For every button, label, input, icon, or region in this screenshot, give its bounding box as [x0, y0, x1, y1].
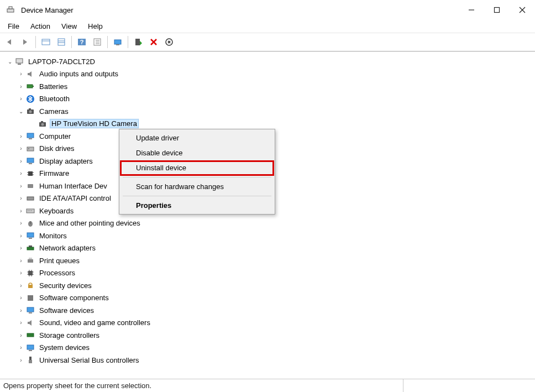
- tree-label: Firmware: [38, 169, 71, 178]
- svg-text:?: ?: [80, 39, 84, 45]
- tree-item-camera-device[interactable]: HP TrueVision HD Camera: [2, 118, 533, 130]
- toolbar: ?: [0, 33, 535, 51]
- tree-label: Sound, video and game controllers: [38, 318, 152, 327]
- monitor-icon: [25, 231, 35, 241]
- chevron-right-icon[interactable]: ›: [17, 343, 25, 352]
- status-text: Opens property sheet for the current sel…: [3, 381, 151, 390]
- svg-rect-69: [28, 295, 33, 301]
- tree-label: Display adapters: [38, 156, 95, 166]
- menu-file[interactable]: File: [3, 21, 24, 32]
- chevron-right-icon[interactable]: ›: [17, 281, 25, 290]
- toolbar-separator: [35, 36, 36, 48]
- chevron-right-icon[interactable]: ›: [17, 82, 25, 91]
- chevron-right-icon[interactable]: ›: [17, 181, 25, 190]
- tree-item-mice[interactable]: › Mice and other pointing devices: [2, 217, 533, 230]
- tree-item-batteries[interactable]: › Batteries: [2, 80, 533, 93]
- chevron-right-icon[interactable]: ›: [17, 356, 25, 364]
- window-controls: [459, 0, 535, 20]
- chevron-right-icon[interactable]: ›: [17, 194, 25, 203]
- chevron-right-icon[interactable]: ›: [17, 206, 25, 215]
- svg-rect-56: [29, 245, 32, 247]
- chevron-right-icon[interactable]: ›: [17, 318, 25, 327]
- chevron-right-icon[interactable]: ›: [17, 144, 25, 153]
- svg-point-29: [29, 111, 32, 113]
- chevron-right-icon[interactable]: ›: [17, 156, 25, 165]
- svg-rect-68: [28, 285, 33, 288]
- uninstall-button[interactable]: [147, 35, 160, 49]
- ctx-scan-hardware[interactable]: Scan for hardware changes: [119, 179, 275, 194]
- svg-rect-57: [28, 259, 33, 263]
- tree-item-processors[interactable]: › Processors: [2, 267, 533, 280]
- update-driver-button[interactable]: [132, 35, 145, 49]
- svg-rect-35: [29, 138, 32, 139]
- svg-rect-58: [29, 258, 32, 259]
- tree-label: Bluetooth: [38, 94, 71, 103]
- tree-item-print-queues[interactable]: › Print queues: [2, 254, 533, 267]
- chevron-right-icon[interactable]: ›: [17, 219, 25, 228]
- tree-label: Universal Serial Bus controllers: [38, 356, 141, 365]
- chevron-right-icon[interactable]: ›: [17, 256, 25, 265]
- minimize-button[interactable]: [459, 0, 484, 20]
- chevron-right-icon[interactable]: ›: [17, 306, 25, 315]
- scan-hardware-button[interactable]: [111, 35, 124, 49]
- svg-rect-39: [29, 163, 32, 164]
- svg-rect-36: [27, 147, 34, 151]
- svg-rect-71: [29, 312, 32, 313]
- properties-button[interactable]: [55, 35, 68, 49]
- tree-item-security[interactable]: › Security devices: [2, 279, 533, 292]
- toolbar-separator: [107, 36, 108, 48]
- ctx-uninstall-device[interactable]: Uninstall device: [119, 160, 275, 175]
- menu-view[interactable]: View: [57, 21, 81, 32]
- tree-item-storage[interactable]: › Storage controllers: [2, 329, 533, 342]
- chevron-right-icon[interactable]: ›: [17, 331, 25, 339]
- keyboard-icon: [25, 206, 35, 216]
- ctx-properties[interactable]: Properties: [119, 198, 275, 213]
- chevron-right-icon[interactable]: ›: [17, 244, 25, 253]
- forward-button[interactable]: [19, 35, 32, 49]
- tree-label: Monitors: [38, 231, 69, 241]
- svg-rect-72: [27, 333, 34, 337]
- help-button[interactable]: ?: [75, 35, 88, 49]
- disable-button[interactable]: [162, 35, 176, 49]
- maximize-button[interactable]: [484, 0, 510, 20]
- svg-point-37: [28, 148, 29, 149]
- chevron-down-icon[interactable]: ⌄: [6, 57, 14, 66]
- disk-icon: [25, 144, 35, 154]
- chevron-right-icon[interactable]: ›: [17, 231, 25, 240]
- tree-item-usb[interactable]: › Universal Serial Bus controllers: [2, 354, 533, 367]
- show-hide-tree-button[interactable]: [39, 35, 53, 49]
- tree-item-network[interactable]: › Network adapters: [2, 242, 533, 255]
- tree-item-software-components[interactable]: › Software components: [2, 292, 533, 305]
- chevron-right-icon[interactable]: ›: [17, 269, 25, 278]
- chevron-right-icon[interactable]: ›: [17, 70, 25, 79]
- close-button[interactable]: [510, 0, 535, 20]
- computer-icon: [14, 56, 24, 66]
- chevron-right-icon[interactable]: ›: [17, 132, 25, 140]
- ide-icon: [25, 194, 35, 203]
- tree-root[interactable]: ⌄ LAPTOP-7ADCLT2D: [2, 55, 533, 68]
- tree-item-audio[interactable]: › Audio inputs and outputs: [2, 68, 533, 81]
- svg-rect-34: [27, 133, 34, 138]
- tree-item-sound[interactable]: › Sound, video and game controllers: [2, 317, 533, 330]
- tree-label: Mice and other pointing devices: [38, 218, 142, 228]
- ctx-update-driver[interactable]: Update driver: [119, 130, 275, 145]
- chevron-right-icon[interactable]: ›: [17, 169, 25, 178]
- titlebar: Device Manager: [0, 0, 535, 20]
- network-icon: [25, 243, 35, 253]
- action-panel-button[interactable]: [91, 35, 104, 49]
- tree-item-software-devices[interactable]: › Software devices: [2, 304, 533, 317]
- chevron-right-icon[interactable]: ›: [17, 95, 25, 103]
- chevron-down-icon[interactable]: ⌄: [17, 107, 25, 116]
- toolbar-separator: [71, 36, 72, 48]
- menu-action[interactable]: Action: [26, 21, 55, 32]
- chevron-right-icon[interactable]: ›: [17, 294, 25, 302]
- menu-help[interactable]: Help: [83, 21, 107, 32]
- back-button[interactable]: [3, 35, 17, 49]
- ctx-disable-device[interactable]: Disable device: [119, 145, 275, 160]
- tree-item-monitors[interactable]: › Monitors: [2, 229, 533, 242]
- svg-rect-33: [41, 121, 43, 122]
- tree-item-cameras[interactable]: ⌄ Cameras: [2, 105, 533, 118]
- tree-item-system[interactable]: › System devices: [2, 342, 533, 354]
- svg-rect-23: [16, 59, 23, 63]
- tree-item-bluetooth[interactable]: › Bluetooth: [2, 93, 533, 106]
